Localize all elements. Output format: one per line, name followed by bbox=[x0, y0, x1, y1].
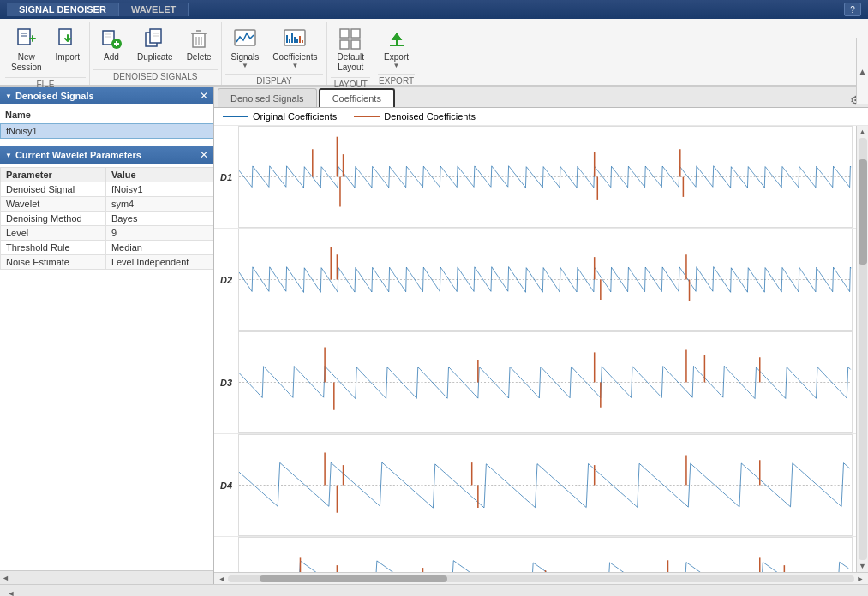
vscroll-down-arrow[interactable]: ▼ bbox=[857, 560, 869, 572]
legend-original-label: Original Coefficients bbox=[253, 111, 337, 122]
default-layout-icon bbox=[338, 27, 362, 51]
new-session-button[interactable]: NewSession bbox=[5, 22, 48, 77]
duplicate-label: Duplicate bbox=[137, 52, 173, 63]
denoised-buttons: Add Duplicate bbox=[93, 22, 218, 69]
export-icon bbox=[385, 27, 409, 51]
toolbar-group-denoised-inner: Add Duplicate bbox=[93, 22, 218, 85]
default-layout-button[interactable]: DefaultLayout bbox=[331, 22, 370, 77]
param-name: Denoised Signal bbox=[1, 182, 106, 197]
tab-denoised-signals[interactable]: Denoised Signals bbox=[218, 88, 317, 107]
coefficients-display-with-arrow: Coefficients ▼ bbox=[272, 51, 317, 69]
params-table-row: Waveletsym4 bbox=[1, 197, 213, 212]
vscroll-track[interactable] bbox=[859, 138, 867, 560]
param-value: sym4 bbox=[105, 197, 213, 212]
right-scrollbar[interactable]: ▲ ▼ bbox=[856, 126, 868, 572]
delete-button[interactable]: Delete bbox=[181, 22, 218, 67]
bottom-scrollbar: ◄ ► bbox=[214, 572, 868, 584]
export-group-label: EXPORT bbox=[378, 74, 415, 87]
right-panel: Denoised Signals Coefficients ⚙ Original… bbox=[214, 87, 868, 584]
signal-list: Name fNoisy1 bbox=[0, 104, 213, 143]
svg-rect-0 bbox=[18, 29, 30, 45]
hscroll-left-arrow[interactable]: ◄ bbox=[216, 573, 228, 585]
params-table-row: Denoising MethodBayes bbox=[1, 212, 213, 226]
chart-area-d4 bbox=[238, 434, 853, 536]
tab-coefficients[interactable]: Coefficients bbox=[319, 88, 395, 107]
add-label: Add bbox=[104, 52, 119, 63]
params-collapse-icon[interactable]: ▼ bbox=[5, 152, 12, 159]
signals-display-icon bbox=[233, 27, 257, 51]
import-button[interactable]: Import bbox=[50, 22, 86, 67]
export-dropdown-arrow: ▼ bbox=[393, 63, 400, 69]
help-button[interactable]: ? bbox=[844, 3, 861, 16]
chart-area-d5 bbox=[238, 537, 853, 572]
export-button[interactable]: Export ▼ bbox=[378, 22, 415, 74]
param-name: Level bbox=[1, 226, 106, 241]
delete-icon bbox=[187, 27, 211, 51]
title-tab-wavelet[interactable]: WAVELET bbox=[119, 3, 189, 16]
toolbar-scroll-right[interactable]: ▲ bbox=[856, 38, 868, 104]
file-buttons: NewSession Import bbox=[5, 22, 86, 77]
chart-svg-d3 bbox=[239, 332, 852, 432]
signals-display-with-arrow: Signals ▼ bbox=[231, 51, 260, 69]
toolbar-group-display: Signals ▼ bbox=[222, 22, 328, 85]
legend-denoised-label: Denoised Coefficients bbox=[384, 111, 476, 122]
default-layout-label: DefaultLayout bbox=[337, 52, 364, 73]
status-scroll-left[interactable]: ◄ bbox=[5, 587, 17, 597]
legend-original-line bbox=[223, 116, 248, 117]
left-panel-scroll-left[interactable]: ◄ bbox=[2, 574, 9, 582]
denoised-signals-close-button[interactable]: ✕ bbox=[200, 90, 208, 102]
chart-area-d3 bbox=[238, 331, 853, 433]
denoised-signals-title: Denoised Signals bbox=[15, 91, 94, 101]
denoised-signals-collapse-icon[interactable]: ▼ bbox=[5, 92, 12, 100]
display-group-label: DISPLAY bbox=[225, 74, 324, 87]
chart-row: D2 bbox=[214, 229, 856, 331]
signals-display-button[interactable]: Signals ▼ bbox=[225, 22, 266, 74]
param-value: Level Independent bbox=[105, 255, 213, 270]
param-value: Median bbox=[105, 241, 213, 255]
toolbar-group-export-inner: Export ▼ EXPORT bbox=[378, 22, 415, 85]
params-close-button[interactable]: ✕ bbox=[200, 149, 208, 161]
new-session-label: NewSession bbox=[11, 52, 42, 73]
chart-svg-d2 bbox=[239, 229, 852, 330]
title-bar-right: ? bbox=[844, 3, 861, 16]
export-buttons: Export ▼ bbox=[378, 22, 415, 74]
toolbar-group-file-inner: NewSession Import FILE bbox=[5, 22, 86, 85]
params-table-row: Denoised SignalfNoisy1 bbox=[1, 182, 213, 197]
layout-group-label: LAYOUT bbox=[331, 77, 370, 91]
params-title-group: ▼ Current Wavelet Parameters bbox=[5, 150, 141, 160]
left-panel: ▼ Denoised Signals ✕ Name fNoisy1 ▼ Curr… bbox=[0, 87, 214, 584]
import-icon bbox=[56, 27, 80, 51]
param-name: Wavelet bbox=[1, 197, 106, 212]
add-button[interactable]: Add bbox=[93, 22, 129, 67]
denoised-group-label: DENOISED SIGNALS bbox=[93, 69, 218, 83]
chart-row: D4 bbox=[214, 434, 856, 537]
hscroll-track[interactable] bbox=[228, 575, 854, 582]
display-buttons: Signals ▼ bbox=[225, 22, 324, 74]
signal-list-header: Name bbox=[0, 108, 213, 122]
svg-rect-30 bbox=[351, 29, 360, 38]
param-value: fNoisy1 bbox=[105, 182, 213, 197]
coefficients-display-button[interactable]: Coefficients ▼ bbox=[266, 22, 323, 74]
coefficients-dropdown-arrow: ▼ bbox=[291, 63, 298, 69]
toolbar-group-file: NewSession Import FILE bbox=[2, 22, 90, 85]
title-tab-signal-denoiser[interactable]: SIGNAL DENOISER bbox=[7, 3, 119, 16]
vscroll-thumb[interactable] bbox=[859, 159, 867, 265]
delete-label: Delete bbox=[187, 52, 212, 63]
duplicate-button[interactable]: Duplicate bbox=[131, 22, 179, 67]
hscroll-thumb[interactable] bbox=[260, 575, 447, 582]
chart-label-d1: D1 bbox=[214, 172, 238, 182]
svg-rect-32 bbox=[351, 40, 360, 49]
param-name: Noise Estimate bbox=[1, 255, 106, 270]
params-table-row: Noise EstimateLevel Independent bbox=[1, 255, 213, 270]
chart-row: D5 bbox=[214, 537, 856, 572]
legend-denoised-line bbox=[354, 116, 380, 117]
legend-bar: Original Coefficients Denoised Coefficie… bbox=[214, 108, 868, 126]
file-group-label: FILE bbox=[5, 77, 86, 91]
hscroll-right-arrow[interactable]: ► bbox=[854, 573, 866, 585]
signals-dropdown-arrow: ▼ bbox=[242, 63, 248, 69]
params-title: Current Wavelet Parameters bbox=[15, 150, 141, 160]
chart-label-d4: D4 bbox=[214, 480, 238, 491]
charts-container: D1 D2 D3 D4 D5 bbox=[214, 126, 856, 572]
vscroll-up-arrow[interactable]: ▲ bbox=[857, 126, 869, 138]
signal-item-fnoisy1[interactable]: fNoisy1 bbox=[0, 123, 213, 139]
